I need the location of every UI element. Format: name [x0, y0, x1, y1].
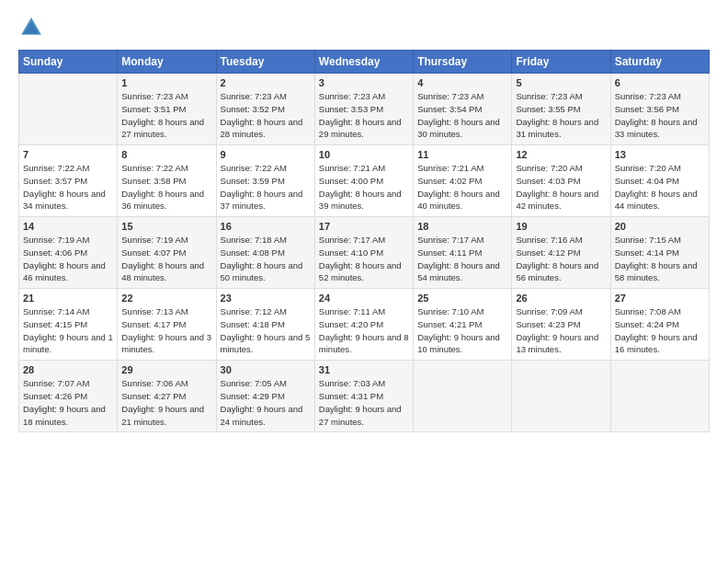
- day-number: 15: [121, 221, 211, 232]
- calendar-cell: 28 Sunrise: 7:07 AM Sunset: 4:26 PM Dayl…: [19, 361, 118, 432]
- sunrise-text: Sunrise: 7:23 AM: [221, 91, 287, 101]
- day-number: 3: [319, 77, 409, 88]
- calendar-cell: 8 Sunrise: 7:22 AM Sunset: 3:58 PM Dayli…: [118, 145, 216, 217]
- day-info: Sunrise: 7:22 AM Sunset: 3:57 PM Dayligh…: [23, 162, 113, 213]
- day-info: Sunrise: 7:12 AM Sunset: 4:18 PM Dayligh…: [221, 305, 311, 356]
- sunrise-text: Sunrise: 7:23 AM: [615, 91, 681, 101]
- day-number: 28: [23, 364, 113, 375]
- sunrise-text: Sunrise: 7:19 AM: [23, 235, 89, 245]
- daylight-text: Daylight: 8 hours and 42 minutes.: [516, 189, 598, 212]
- day-info: Sunrise: 7:07 AM Sunset: 4:26 PM Dayligh…: [23, 377, 113, 428]
- sunset-text: Sunset: 3:56 PM: [615, 104, 679, 114]
- logo-icon: [18, 15, 44, 40]
- calendar-cell: 1 Sunrise: 7:23 AM Sunset: 3:51 PM Dayli…: [118, 74, 216, 145]
- sunset-text: Sunset: 4:14 PM: [615, 247, 679, 258]
- calendar-cell: 17 Sunrise: 7:17 AM Sunset: 4:10 PM Dayl…: [314, 217, 413, 289]
- day-number: 25: [417, 293, 507, 304]
- sunset-text: Sunset: 4:24 PM: [615, 319, 679, 329]
- calendar-cell: 6 Sunrise: 7:23 AM Sunset: 3:56 PM Dayli…: [610, 74, 709, 145]
- calendar-table: SundayMondayTuesdayWednesdayThursdayFrid…: [18, 50, 710, 432]
- sunrise-text: Sunrise: 7:21 AM: [417, 163, 483, 173]
- daylight-text: Daylight: 9 hours and 24 minutes.: [221, 404, 303, 427]
- day-number: 21: [23, 293, 113, 304]
- day-info: Sunrise: 7:13 AM Sunset: 4:17 PM Dayligh…: [121, 305, 211, 356]
- week-row-4: 28 Sunrise: 7:07 AM Sunset: 4:26 PM Dayl…: [19, 361, 710, 432]
- sunrise-text: Sunrise: 7:07 AM: [23, 378, 89, 388]
- day-number: 7: [23, 149, 113, 160]
- calendar-cell: 10 Sunrise: 7:21 AM Sunset: 4:00 PM Dayl…: [314, 145, 413, 217]
- sunrise-text: Sunrise: 7:14 AM: [23, 306, 89, 316]
- calendar-cell: 27 Sunrise: 7:08 AM Sunset: 4:24 PM Dayl…: [610, 289, 709, 361]
- daylight-text: Daylight: 8 hours and 50 minutes.: [221, 260, 303, 283]
- sunrise-text: Sunrise: 7:18 AM: [221, 235, 287, 245]
- sunset-text: Sunset: 3:55 PM: [516, 104, 580, 114]
- day-info: Sunrise: 7:17 AM Sunset: 4:10 PM Dayligh…: [319, 234, 409, 284]
- day-number: 8: [121, 149, 211, 160]
- calendar-cell: 15 Sunrise: 7:19 AM Sunset: 4:07 PM Dayl…: [118, 217, 216, 289]
- sunrise-text: Sunrise: 7:05 AM: [221, 378, 287, 388]
- day-info: Sunrise: 7:11 AM Sunset: 4:20 PM Dayligh…: [319, 305, 409, 356]
- sunrise-text: Sunrise: 7:15 AM: [615, 235, 681, 245]
- sunset-text: Sunset: 3:53 PM: [319, 104, 383, 114]
- sunset-text: Sunset: 4:26 PM: [23, 391, 87, 401]
- day-info: Sunrise: 7:23 AM Sunset: 3:51 PM Dayligh…: [121, 90, 211, 141]
- day-number: 20: [615, 221, 705, 232]
- day-info: Sunrise: 7:21 AM Sunset: 4:00 PM Dayligh…: [319, 162, 409, 213]
- calendar-cell: 19 Sunrise: 7:16 AM Sunset: 4:12 PM Dayl…: [512, 217, 610, 289]
- day-info: Sunrise: 7:22 AM Sunset: 3:58 PM Dayligh…: [121, 162, 211, 213]
- calendar-cell: 31 Sunrise: 7:03 AM Sunset: 4:31 PM Dayl…: [314, 361, 413, 432]
- day-info: Sunrise: 7:05 AM Sunset: 4:29 PM Dayligh…: [221, 377, 311, 428]
- sunset-text: Sunset: 4:04 PM: [615, 176, 679, 186]
- sunset-text: Sunset: 4:10 PM: [319, 247, 383, 258]
- day-number: 17: [319, 221, 409, 232]
- day-number: 29: [121, 364, 211, 375]
- day-number: 18: [417, 221, 507, 232]
- daylight-text: Daylight: 9 hours and 27 minutes.: [319, 404, 402, 427]
- calendar-cell: 24 Sunrise: 7:11 AM Sunset: 4:20 PM Dayl…: [314, 289, 413, 361]
- day-number: 2: [221, 77, 311, 88]
- daylight-text: Daylight: 8 hours and 52 minutes.: [319, 260, 402, 283]
- day-number: 12: [516, 149, 606, 160]
- sunrise-text: Sunrise: 7:22 AM: [23, 163, 89, 173]
- daylight-text: Daylight: 8 hours and 30 minutes.: [417, 117, 500, 140]
- logo: [18, 15, 48, 40]
- calendar-cell: 2 Sunrise: 7:23 AM Sunset: 3:52 PM Dayli…: [216, 74, 314, 145]
- calendar-cell: 13 Sunrise: 7:20 AM Sunset: 4:04 PM Dayl…: [610, 145, 709, 217]
- calendar-cell: 18 Sunrise: 7:17 AM Sunset: 4:11 PM Dayl…: [414, 217, 512, 289]
- sunset-text: Sunset: 4:02 PM: [417, 176, 482, 186]
- calendar-cell: 9 Sunrise: 7:22 AM Sunset: 3:59 PM Dayli…: [216, 145, 314, 217]
- daylight-text: Daylight: 9 hours and 5 minutes.: [221, 332, 311, 355]
- sunset-text: Sunset: 4:17 PM: [121, 319, 186, 329]
- day-number: 6: [615, 77, 705, 88]
- day-info: Sunrise: 7:16 AM Sunset: 4:12 PM Dayligh…: [516, 234, 606, 284]
- daylight-text: Daylight: 8 hours and 27 minutes.: [121, 117, 204, 140]
- day-number: 23: [221, 293, 311, 304]
- weekday-header-friday: Friday: [512, 51, 610, 74]
- sunset-text: Sunset: 3:57 PM: [23, 176, 87, 186]
- week-row-1: 7 Sunrise: 7:22 AM Sunset: 3:57 PM Dayli…: [19, 145, 710, 217]
- calendar-cell: [414, 361, 512, 432]
- calendar-cell: 3 Sunrise: 7:23 AM Sunset: 3:53 PM Dayli…: [314, 74, 413, 145]
- day-info: Sunrise: 7:06 AM Sunset: 4:27 PM Dayligh…: [121, 377, 211, 428]
- day-number: 27: [615, 293, 705, 304]
- day-number: 22: [121, 293, 211, 304]
- daylight-text: Daylight: 8 hours and 56 minutes.: [516, 260, 598, 283]
- week-row-2: 14 Sunrise: 7:19 AM Sunset: 4:06 PM Dayl…: [19, 217, 710, 289]
- daylight-text: Daylight: 9 hours and 16 minutes.: [615, 332, 698, 355]
- daylight-text: Daylight: 8 hours and 58 minutes.: [615, 260, 698, 283]
- day-info: Sunrise: 7:19 AM Sunset: 4:06 PM Dayligh…: [23, 234, 113, 284]
- daylight-text: Daylight: 8 hours and 46 minutes.: [23, 260, 106, 283]
- day-number: 16: [221, 221, 311, 232]
- sunset-text: Sunset: 4:11 PM: [417, 247, 482, 258]
- daylight-text: Daylight: 8 hours and 54 minutes.: [417, 260, 500, 283]
- day-info: Sunrise: 7:23 AM Sunset: 3:52 PM Dayligh…: [221, 90, 311, 141]
- day-info: Sunrise: 7:20 AM Sunset: 4:04 PM Dayligh…: [615, 162, 705, 213]
- sunset-text: Sunset: 3:59 PM: [221, 176, 285, 186]
- daylight-text: Daylight: 8 hours and 40 minutes.: [417, 189, 500, 212]
- sunrise-text: Sunrise: 7:17 AM: [319, 235, 385, 245]
- sunrise-text: Sunrise: 7:10 AM: [417, 306, 483, 316]
- sunset-text: Sunset: 4:08 PM: [221, 247, 285, 258]
- day-info: Sunrise: 7:19 AM Sunset: 4:07 PM Dayligh…: [121, 234, 211, 284]
- day-info: Sunrise: 7:22 AM Sunset: 3:59 PM Dayligh…: [221, 162, 311, 213]
- sunset-text: Sunset: 4:12 PM: [516, 247, 580, 258]
